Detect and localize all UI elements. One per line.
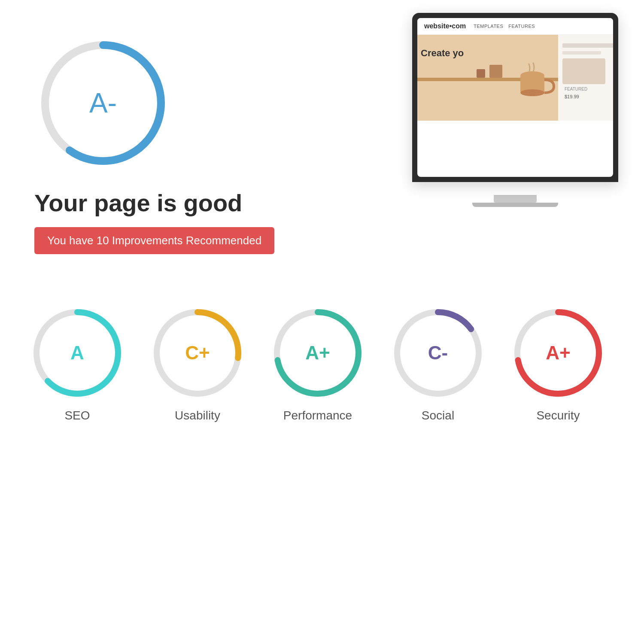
security-grade: A+ [546, 342, 570, 364]
monitor-screen: website•com TEMPLATES FEATURES [417, 18, 613, 177]
metric-social: C- Social [378, 306, 498, 422]
security-label: Security [536, 409, 580, 422]
monitor-frame: website•com TEMPLATES FEATURES [412, 13, 618, 182]
monitor-base [472, 203, 558, 207]
svg-rect-12 [562, 51, 601, 55]
improvements-badge[interactable]: You have 10 Improvements Recommended [34, 227, 274, 254]
usability-grade: C+ [185, 342, 210, 364]
hero-visual: Create yo FEATURED $19.99 [417, 35, 613, 121]
usability-label: Usability [175, 409, 220, 422]
monitor-nav: website•com TEMPLATES FEATURES [417, 18, 613, 35]
metric-security: A+ Security [498, 306, 618, 422]
monitor-mockup: website•com TEMPLATES FEATURES [412, 26, 618, 207]
monitor-hero: Create yo FEATURED $19.99 [417, 35, 613, 121]
grade-panel: A- Your page is good You have 10 Improve… [34, 26, 274, 254]
svg-rect-13 [562, 58, 605, 84]
top-section: A- Your page is good You have 10 Improve… [0, 0, 644, 254]
metric-ring-usability: C+ [150, 306, 245, 400]
metric-seo: A SEO [17, 306, 137, 422]
svg-text:FEATURED: FEATURED [565, 87, 587, 91]
social-grade: C- [428, 342, 448, 364]
metric-performance: A+ Performance [258, 306, 378, 422]
svg-point-6 [520, 89, 544, 96]
monitor-nav-features: FEATURES [508, 24, 535, 29]
performance-label: Performance [283, 409, 352, 422]
metric-usability: C+ Usability [137, 306, 258, 422]
monitor-container: website•com TEMPLATES FEATURES [300, 26, 618, 207]
social-label: Social [422, 409, 454, 422]
svg-text:Create yo: Create yo [421, 48, 464, 58]
metrics-section: A SEO C+ Usability A+ Performance [0, 254, 644, 422]
monitor-logo: website•com [424, 22, 466, 30]
svg-text:$19.99: $19.99 [565, 94, 579, 99]
metric-ring-seo: A [30, 306, 125, 400]
monitor-nav-links: TEMPLATES FEATURES [474, 24, 535, 29]
seo-label: SEO [64, 409, 90, 422]
svg-rect-7 [489, 65, 502, 78]
big-grade-text: A- [89, 87, 117, 119]
monitor-nav-templates: TEMPLATES [474, 24, 503, 29]
svg-rect-8 [477, 69, 485, 78]
metric-ring-security: A+ [511, 306, 605, 400]
metric-ring-performance: A+ [270, 306, 365, 400]
metric-ring-social: C- [391, 306, 485, 400]
seo-grade: A [70, 342, 84, 364]
big-ring: A- [34, 34, 172, 172]
performance-grade: A+ [305, 342, 330, 364]
svg-rect-11 [562, 43, 613, 48]
monitor-stand [494, 195, 537, 203]
page-title: Your page is good [34, 189, 242, 217]
